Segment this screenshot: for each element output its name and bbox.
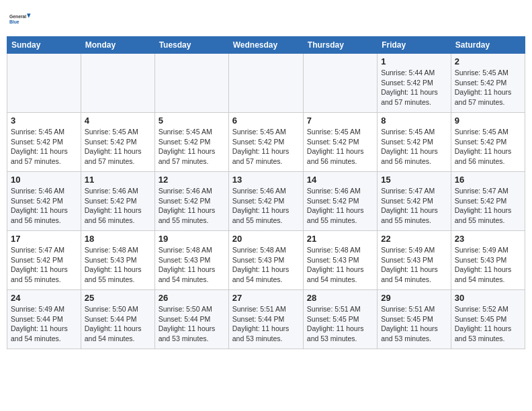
- day-info: Sunrise: 5:46 AM Sunset: 5:42 PM Dayligh…: [159, 186, 225, 226]
- day-number: 27: [232, 293, 300, 303]
- day-number: 10: [11, 175, 77, 185]
- day-number: 17: [11, 234, 77, 244]
- calendar-day-25: 25Sunrise: 5:50 AM Sunset: 5:44 PM Dayli…: [81, 290, 154, 349]
- weekday-header-sunday: Sunday: [7, 37, 81, 54]
- day-number: 30: [455, 293, 521, 303]
- day-number: 9: [455, 116, 521, 126]
- day-number: 8: [381, 116, 447, 126]
- day-info: Sunrise: 5:48 AM Sunset: 5:43 PM Dayligh…: [85, 245, 151, 285]
- day-info: Sunrise: 5:45 AM Sunset: 5:42 PM Dayligh…: [307, 127, 373, 167]
- day-info: Sunrise: 5:45 AM Sunset: 5:42 PM Dayligh…: [159, 127, 225, 167]
- calendar-day-9: 9Sunrise: 5:45 AM Sunset: 5:42 PM Daylig…: [451, 113, 525, 172]
- weekday-header-saturday: Saturday: [451, 37, 525, 54]
- day-info: Sunrise: 5:51 AM Sunset: 5:45 PM Dayligh…: [381, 304, 447, 344]
- calendar-week-row: 24Sunrise: 5:49 AM Sunset: 5:44 PM Dayli…: [7, 290, 525, 349]
- weekday-header-row: SundayMondayTuesdayWednesdayThursdayFrid…: [7, 37, 525, 54]
- calendar-day-8: 8Sunrise: 5:45 AM Sunset: 5:42 PM Daylig…: [378, 113, 451, 172]
- day-info: Sunrise: 5:46 AM Sunset: 5:42 PM Dayligh…: [11, 186, 77, 226]
- day-number: 5: [159, 116, 225, 126]
- page-header: GeneralBlue: [7, 7, 525, 31]
- calendar-day-18: 18Sunrise: 5:48 AM Sunset: 5:43 PM Dayli…: [81, 231, 154, 290]
- calendar-day-27: 27Sunrise: 5:51 AM Sunset: 5:44 PM Dayli…: [228, 290, 303, 349]
- calendar-day-1: 1Sunrise: 5:44 AM Sunset: 5:42 PM Daylig…: [378, 54, 451, 113]
- day-number: 4: [85, 116, 151, 126]
- calendar-week-row: 17Sunrise: 5:47 AM Sunset: 5:42 PM Dayli…: [7, 231, 525, 290]
- calendar-day-4: 4Sunrise: 5:45 AM Sunset: 5:42 PM Daylig…: [81, 113, 154, 172]
- calendar-day-15: 15Sunrise: 5:47 AM Sunset: 5:42 PM Dayli…: [378, 172, 451, 231]
- day-number: 24: [11, 293, 77, 303]
- calendar-day-20: 20Sunrise: 5:48 AM Sunset: 5:43 PM Dayli…: [228, 231, 303, 290]
- svg-marker-2: [27, 13, 30, 17]
- day-info: Sunrise: 5:51 AM Sunset: 5:45 PM Dayligh…: [307, 304, 373, 344]
- logo-icon: GeneralBlue: [9, 7, 34, 31]
- day-info: Sunrise: 5:46 AM Sunset: 5:42 PM Dayligh…: [232, 186, 300, 226]
- day-number: 3: [11, 116, 77, 126]
- day-number: 7: [307, 116, 373, 126]
- calendar-week-row: 1Sunrise: 5:44 AM Sunset: 5:42 PM Daylig…: [7, 54, 525, 113]
- calendar-table: SundayMondayTuesdayWednesdayThursdayFrid…: [7, 36, 525, 349]
- calendar-day-16: 16Sunrise: 5:47 AM Sunset: 5:42 PM Dayli…: [451, 172, 525, 231]
- calendar-empty-cell: [303, 54, 377, 113]
- day-info: Sunrise: 5:45 AM Sunset: 5:42 PM Dayligh…: [455, 127, 521, 167]
- day-number: 15: [381, 175, 447, 185]
- weekday-header-wednesday: Wednesday: [228, 37, 303, 54]
- day-info: Sunrise: 5:49 AM Sunset: 5:43 PM Dayligh…: [455, 245, 521, 285]
- day-info: Sunrise: 5:52 AM Sunset: 5:45 PM Dayligh…: [455, 304, 521, 344]
- day-number: 1: [381, 56, 447, 66]
- day-info: Sunrise: 5:47 AM Sunset: 5:42 PM Dayligh…: [381, 186, 447, 226]
- day-info: Sunrise: 5:45 AM Sunset: 5:42 PM Dayligh…: [381, 127, 447, 167]
- day-info: Sunrise: 5:49 AM Sunset: 5:44 PM Dayligh…: [11, 304, 77, 344]
- calendar-day-29: 29Sunrise: 5:51 AM Sunset: 5:45 PM Dayli…: [378, 290, 451, 349]
- day-info: Sunrise: 5:51 AM Sunset: 5:44 PM Dayligh…: [232, 304, 300, 344]
- weekday-header-friday: Friday: [378, 37, 451, 54]
- calendar-day-12: 12Sunrise: 5:46 AM Sunset: 5:42 PM Dayli…: [154, 172, 228, 231]
- calendar-day-6: 6Sunrise: 5:45 AM Sunset: 5:42 PM Daylig…: [228, 113, 303, 172]
- day-info: Sunrise: 5:47 AM Sunset: 5:42 PM Dayligh…: [11, 245, 77, 285]
- day-number: 2: [455, 56, 521, 66]
- calendar-week-row: 3Sunrise: 5:45 AM Sunset: 5:42 PM Daylig…: [7, 113, 525, 172]
- weekday-header-tuesday: Tuesday: [154, 37, 228, 54]
- calendar-day-21: 21Sunrise: 5:48 AM Sunset: 5:43 PM Dayli…: [303, 231, 377, 290]
- day-info: Sunrise: 5:45 AM Sunset: 5:42 PM Dayligh…: [455, 68, 521, 107]
- day-info: Sunrise: 5:46 AM Sunset: 5:42 PM Dayligh…: [307, 186, 373, 226]
- day-number: 20: [232, 234, 300, 244]
- day-info: Sunrise: 5:49 AM Sunset: 5:43 PM Dayligh…: [381, 245, 447, 285]
- calendar-empty-cell: [7, 54, 81, 113]
- calendar-empty-cell: [154, 54, 228, 113]
- calendar-day-22: 22Sunrise: 5:49 AM Sunset: 5:43 PM Dayli…: [378, 231, 451, 290]
- day-number: 14: [307, 175, 373, 185]
- calendar-week-row: 10Sunrise: 5:46 AM Sunset: 5:42 PM Dayli…: [7, 172, 525, 231]
- calendar-day-24: 24Sunrise: 5:49 AM Sunset: 5:44 PM Dayli…: [7, 290, 81, 349]
- day-info: Sunrise: 5:46 AM Sunset: 5:42 PM Dayligh…: [85, 186, 151, 226]
- day-number: 21: [307, 234, 373, 244]
- calendar-day-2: 2Sunrise: 5:45 AM Sunset: 5:42 PM Daylig…: [451, 54, 525, 113]
- day-info: Sunrise: 5:48 AM Sunset: 5:43 PM Dayligh…: [159, 245, 225, 285]
- day-info: Sunrise: 5:44 AM Sunset: 5:42 PM Dayligh…: [381, 68, 447, 107]
- calendar-empty-cell: [81, 54, 154, 113]
- day-info: Sunrise: 5:47 AM Sunset: 5:42 PM Dayligh…: [455, 186, 521, 226]
- logo: GeneralBlue: [9, 7, 34, 31]
- day-number: 18: [85, 234, 151, 244]
- calendar-day-17: 17Sunrise: 5:47 AM Sunset: 5:42 PM Dayli…: [7, 231, 81, 290]
- day-number: 23: [455, 234, 521, 244]
- day-number: 25: [85, 293, 151, 303]
- svg-text:General: General: [9, 14, 26, 19]
- calendar-day-28: 28Sunrise: 5:51 AM Sunset: 5:45 PM Dayli…: [303, 290, 377, 349]
- day-number: 29: [381, 293, 447, 303]
- day-number: 22: [381, 234, 447, 244]
- day-info: Sunrise: 5:48 AM Sunset: 5:43 PM Dayligh…: [307, 245, 373, 285]
- day-number: 13: [232, 175, 300, 185]
- calendar-day-19: 19Sunrise: 5:48 AM Sunset: 5:43 PM Dayli…: [154, 231, 228, 290]
- day-info: Sunrise: 5:48 AM Sunset: 5:43 PM Dayligh…: [232, 245, 300, 285]
- calendar-day-30: 30Sunrise: 5:52 AM Sunset: 5:45 PM Dayli…: [451, 290, 525, 349]
- day-number: 28: [307, 293, 373, 303]
- calendar-day-13: 13Sunrise: 5:46 AM Sunset: 5:42 PM Dayli…: [228, 172, 303, 231]
- day-info: Sunrise: 5:45 AM Sunset: 5:42 PM Dayligh…: [11, 127, 77, 167]
- day-number: 16: [455, 175, 521, 185]
- calendar-day-23: 23Sunrise: 5:49 AM Sunset: 5:43 PM Dayli…: [451, 231, 525, 290]
- weekday-header-thursday: Thursday: [303, 37, 377, 54]
- calendar-day-26: 26Sunrise: 5:50 AM Sunset: 5:44 PM Dayli…: [154, 290, 228, 349]
- day-info: Sunrise: 5:45 AM Sunset: 5:42 PM Dayligh…: [85, 127, 151, 167]
- weekday-header-monday: Monday: [81, 37, 154, 54]
- calendar-day-3: 3Sunrise: 5:45 AM Sunset: 5:42 PM Daylig…: [7, 113, 81, 172]
